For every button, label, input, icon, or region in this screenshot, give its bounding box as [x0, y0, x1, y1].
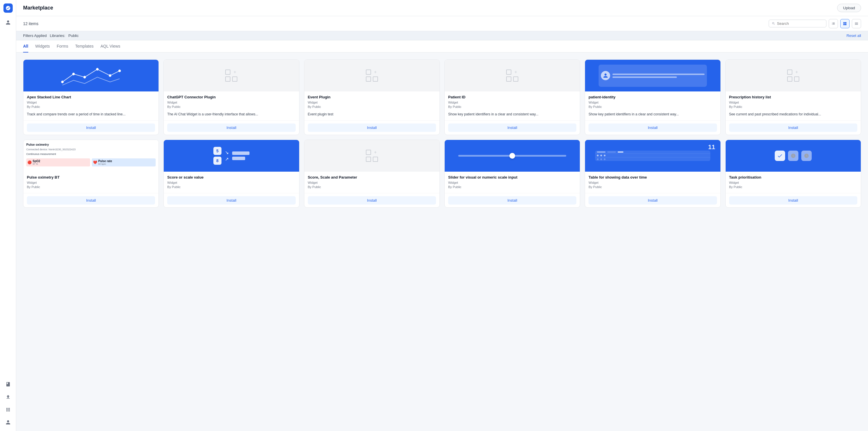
- toolbar: 12 items: [16, 16, 868, 31]
- install-button[interactable]: Install: [308, 196, 436, 204]
- card-title: Task prioritisation: [729, 175, 857, 179]
- filter-value: Public: [68, 33, 79, 38]
- install-button[interactable]: Install: [448, 124, 576, 132]
- patient-identity-thumb: [585, 60, 720, 92]
- card-thumbnail-chatgpt: +: [164, 60, 299, 92]
- card-title: ChatGPT Connector Plugin: [167, 95, 296, 99]
- card-thumbnail-score: 5 8 ↘ ↗: [164, 140, 299, 172]
- card-type: WidgetBy Public: [167, 100, 296, 109]
- page-title: Marketplace: [23, 5, 53, 11]
- app-logo: [3, 3, 13, 13]
- card-footer: Install: [304, 193, 439, 207]
- grid-plus: +: [373, 69, 378, 75]
- reset-all-button[interactable]: Reset all: [846, 33, 861, 38]
- sidebar-item-grid[interactable]: [3, 404, 13, 415]
- table-mock-row-1: [595, 154, 710, 158]
- view-grid-button[interactable]: [840, 19, 849, 28]
- card-title: Pulse oximetry BT: [27, 175, 155, 179]
- pulse-device: Connected device: Nonin3230_502322423: [26, 148, 156, 151]
- card-desc: Track and compare trends over a period o…: [27, 112, 155, 117]
- table-thumb: 11: [585, 140, 720, 172]
- sidebar-item-user[interactable]: [3, 17, 13, 28]
- card-score-scale-param: + Score, Scale and Parameter WidgetBy Pu…: [304, 140, 440, 208]
- tab-forms[interactable]: Forms: [57, 40, 68, 53]
- card-footer: Install: [164, 120, 299, 135]
- card-title: Event Plugin: [308, 95, 436, 99]
- card-thumbnail-scoreparam: +: [304, 140, 439, 172]
- grid-plus: +: [232, 69, 237, 75]
- card-title: Score or scale value: [167, 175, 296, 179]
- search-input[interactable]: [777, 21, 823, 26]
- card-body-apex: Apex Stacked Line Chart WidgetBy Public …: [23, 92, 158, 120]
- search-icon: [772, 22, 775, 25]
- tab-widgets[interactable]: Widgets: [35, 40, 50, 53]
- card-desc: Event plugin test: [308, 112, 436, 117]
- card-thumbnail-apex: [23, 60, 158, 92]
- card-patient-identity: patient-identity WidgetBy Public Show ke…: [585, 59, 720, 135]
- slider-thumb: [445, 140, 580, 172]
- filter-text: Filters Applied Libraries: Public: [23, 33, 79, 38]
- install-button[interactable]: Install: [729, 196, 857, 204]
- view-menu-button[interactable]: [852, 19, 861, 28]
- grid-sq-3: [373, 157, 378, 162]
- card-slider: Slider for visual or numeric scale input…: [444, 140, 580, 208]
- svg-point-5: [118, 69, 121, 72]
- card-type: WidgetBy Public: [167, 180, 296, 190]
- tab-aql-views[interactable]: AQL Views: [100, 40, 120, 53]
- score-bars: [232, 152, 249, 160]
- arrow-up-right: ↗: [225, 156, 229, 162]
- install-button[interactable]: Install: [588, 196, 717, 204]
- install-button[interactable]: Install: [588, 124, 717, 132]
- sidebar-item-person[interactable]: [3, 417, 13, 428]
- sidebar-item-upload[interactable]: [3, 392, 13, 402]
- card-table-data: 11 Table for showing data over time Widg…: [585, 140, 720, 208]
- install-button[interactable]: Install: [27, 124, 155, 132]
- pulse-rate-group: Pulse rate 62 bpm: [98, 160, 112, 165]
- install-button[interactable]: Install: [167, 196, 296, 204]
- card-body-task: Task prioritisation WidgetBy Public: [726, 172, 861, 193]
- card-thumbnail-slider: [445, 140, 580, 172]
- install-button[interactable]: Install: [167, 124, 296, 132]
- tab-all[interactable]: All: [23, 40, 28, 53]
- heart-icon: ❤️: [93, 160, 97, 164]
- card-body-event: Event Plugin WidgetBy Public Event plugi…: [304, 92, 439, 120]
- cards-grid: Apex Stacked Line Chart WidgetBy Public …: [23, 59, 861, 208]
- patient-card-mock: [598, 65, 707, 87]
- table-mock: [595, 151, 710, 161]
- score-num-5: 5: [213, 147, 221, 155]
- score-num-8: 8: [213, 157, 221, 165]
- sidebar-item-book[interactable]: [3, 379, 13, 390]
- card-footer: Install: [585, 120, 720, 135]
- sidebar: [0, 0, 16, 431]
- card-body-table: Table for showing data over time WidgetB…: [585, 172, 720, 193]
- score-nums: 5 8: [213, 147, 221, 165]
- card-footer: Install: [23, 120, 158, 135]
- view-list-button[interactable]: [829, 19, 838, 28]
- grid-sq-1: [366, 69, 371, 75]
- search-box[interactable]: [769, 20, 827, 27]
- card-body-score: Score or scale value WidgetBy Public: [164, 172, 299, 193]
- slider-dot: [509, 153, 515, 159]
- install-button[interactable]: Install: [729, 124, 857, 132]
- card-thumbnail-pulse: Pulse oximetry Connected device: Nonin32…: [23, 140, 158, 172]
- upload-button[interactable]: Upload: [837, 4, 861, 12]
- tab-templates[interactable]: Templates: [75, 40, 94, 53]
- card-type: WidgetBy Public: [27, 180, 155, 190]
- svg-point-1: [72, 73, 75, 75]
- card-footer: Install: [304, 120, 439, 135]
- card-title: Apex Stacked Line Chart: [27, 95, 155, 99]
- card-score-scale: 5 8 ↘ ↗ Score or scale v: [163, 140, 299, 208]
- grid-sq-2: [225, 76, 230, 81]
- card-title: Patient ID: [448, 95, 576, 99]
- svg-point-2: [84, 76, 86, 78]
- grid-sq-2: [506, 76, 512, 81]
- task-check-icon: [775, 151, 785, 161]
- card-patient-id: + Patient ID WidgetBy Public Show key pa…: [444, 59, 580, 135]
- install-button[interactable]: Install: [27, 196, 155, 204]
- card-footer: Install: [445, 120, 580, 135]
- install-button[interactable]: Install: [448, 196, 576, 204]
- tabs-bar: All Widgets Forms Templates AQL Views: [16, 40, 868, 53]
- svg-point-3: [96, 68, 99, 71]
- task-clock-icon-1: [788, 151, 798, 161]
- install-button[interactable]: Install: [308, 124, 436, 132]
